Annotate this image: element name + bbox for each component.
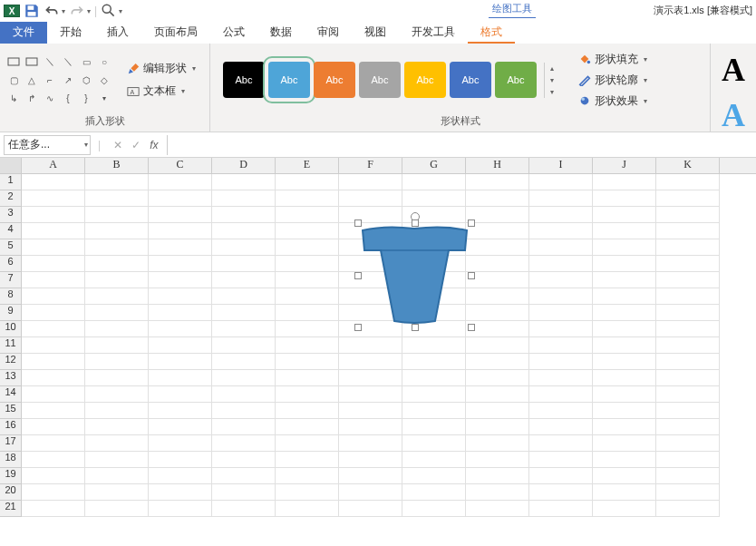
- cell[interactable]: [593, 321, 656, 337]
- cell[interactable]: [593, 190, 656, 207]
- style-swatch-1[interactable]: Abc: [268, 62, 310, 98]
- zoom-dropdown-icon[interactable]: ▾: [119, 7, 122, 15]
- shape-l-icon[interactable]: ⌐: [42, 72, 58, 88]
- row-header[interactable]: 7: [0, 272, 22, 288]
- handle-s[interactable]: [412, 324, 419, 331]
- cell[interactable]: [656, 435, 720, 452]
- cell[interactable]: [149, 305, 212, 321]
- shape-fill-button[interactable]: 形状填充 ▾: [575, 51, 651, 68]
- cell[interactable]: [149, 174, 212, 190]
- cell[interactable]: [656, 501, 720, 517]
- cell[interactable]: [466, 321, 529, 337]
- cell[interactable]: [466, 305, 529, 321]
- cell[interactable]: [593, 337, 656, 354]
- cell[interactable]: [85, 288, 149, 305]
- cell[interactable]: [212, 435, 276, 452]
- cell[interactable]: [529, 321, 593, 337]
- cell[interactable]: [149, 370, 212, 386]
- style-swatch-2[interactable]: Abc: [314, 62, 355, 98]
- cell[interactable]: [656, 272, 720, 288]
- tab-file[interactable]: 文件: [0, 21, 47, 44]
- cell[interactable]: [22, 419, 85, 435]
- column-header[interactable]: E: [276, 158, 339, 173]
- cell[interactable]: [85, 272, 149, 288]
- cell[interactable]: [22, 321, 85, 337]
- context-tab-drawing-tools[interactable]: 绘图工具: [489, 0, 536, 18]
- cell[interactable]: [276, 370, 339, 386]
- wordart-style-dark[interactable]: A: [722, 51, 745, 89]
- cell[interactable]: [656, 468, 720, 484]
- shape-connector2-icon[interactable]: ↱: [24, 90, 40, 106]
- confirm-formula-icon[interactable]: ✓: [131, 139, 141, 151]
- text-box-button[interactable]: A 文本框 ▾: [123, 82, 199, 101]
- cell[interactable]: [339, 354, 402, 370]
- cell[interactable]: [212, 207, 276, 223]
- cell[interactable]: [529, 288, 593, 305]
- row-header[interactable]: 16: [0, 419, 22, 435]
- cell[interactable]: [466, 207, 529, 223]
- row-header[interactable]: 19: [0, 468, 22, 484]
- cell[interactable]: [339, 468, 402, 484]
- cell[interactable]: [466, 468, 529, 484]
- cell[interactable]: [22, 305, 85, 321]
- cell[interactable]: [466, 174, 529, 190]
- cell[interactable]: [593, 288, 656, 305]
- row-header[interactable]: 11: [0, 337, 22, 354]
- cell[interactable]: [466, 354, 529, 370]
- row-header[interactable]: 20: [0, 484, 22, 501]
- cell[interactable]: [529, 452, 593, 468]
- row-header[interactable]: 9: [0, 305, 22, 321]
- cell[interactable]: [593, 484, 656, 501]
- cell[interactable]: [656, 305, 720, 321]
- style-swatch-4[interactable]: Abc: [404, 62, 446, 98]
- cell[interactable]: [339, 419, 402, 435]
- cell[interactable]: [85, 386, 149, 403]
- cell[interactable]: [466, 370, 529, 386]
- cell[interactable]: [212, 354, 276, 370]
- shape-arrow-icon[interactable]: ↗: [60, 72, 76, 88]
- cell[interactable]: [85, 403, 149, 419]
- cell[interactable]: [529, 239, 593, 256]
- cell[interactable]: [529, 337, 593, 354]
- cell[interactable]: [22, 256, 85, 272]
- row-header[interactable]: 3: [0, 207, 22, 223]
- cell[interactable]: [656, 452, 720, 468]
- cell[interactable]: [149, 501, 212, 517]
- shape-rect-icon[interactable]: [5, 54, 22, 70]
- cell[interactable]: [339, 501, 402, 517]
- tab-insert[interactable]: 插入: [94, 21, 141, 44]
- cell[interactable]: [593, 386, 656, 403]
- cell[interactable]: [402, 190, 466, 207]
- style-gallery[interactable]: Abc Abc Abc Abc Abc Abc Abc ▴▾▾: [216, 62, 566, 98]
- name-box[interactable]: 任意多... ▾: [4, 135, 91, 155]
- cell[interactable]: [339, 452, 402, 468]
- shape-oval-icon[interactable]: ○: [96, 54, 112, 70]
- cell[interactable]: [22, 501, 85, 517]
- cell[interactable]: [656, 207, 720, 223]
- redo-dropdown-icon[interactable]: ▾: [87, 7, 91, 15]
- cell[interactable]: [402, 435, 466, 452]
- cell[interactable]: [212, 239, 276, 256]
- cell[interactable]: [22, 386, 85, 403]
- column-header[interactable]: D: [212, 158, 276, 173]
- cell[interactable]: [339, 337, 402, 354]
- cell[interactable]: [212, 501, 276, 517]
- cell[interactable]: [149, 386, 212, 403]
- cell[interactable]: [593, 370, 656, 386]
- cell[interactable]: [212, 321, 276, 337]
- row-header[interactable]: 18: [0, 452, 22, 468]
- cell[interactable]: [593, 452, 656, 468]
- cell[interactable]: [466, 435, 529, 452]
- column-header[interactable]: J: [593, 158, 656, 173]
- cell[interactable]: [149, 207, 212, 223]
- shape-line-icon[interactable]: ＼: [42, 54, 58, 70]
- cell[interactable]: [656, 337, 720, 354]
- cell[interactable]: [339, 386, 402, 403]
- row-header[interactable]: 5: [0, 239, 22, 256]
- cell[interactable]: [466, 419, 529, 435]
- cell[interactable]: [466, 256, 529, 272]
- cell[interactable]: [212, 174, 276, 190]
- cell[interactable]: [656, 354, 720, 370]
- shape-diamond-icon[interactable]: ◇: [96, 72, 112, 88]
- cell[interactable]: [22, 403, 85, 419]
